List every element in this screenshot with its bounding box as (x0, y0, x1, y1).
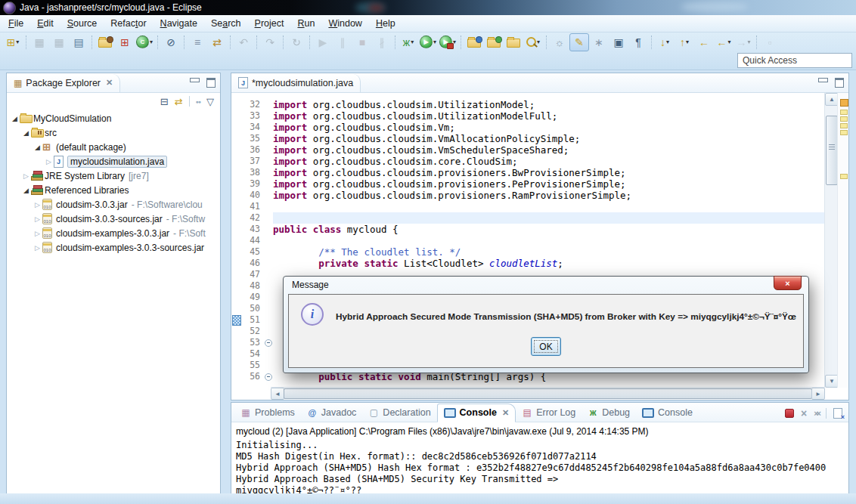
code-line-37[interactable]: 37import org.cloudbus.cloudsim.core.Clou… (231, 156, 825, 167)
code-line-33[interactable]: 33import org.cloudbus.cloudsim.Utilizati… (231, 110, 825, 122)
tab-console-2[interactable]: Console (636, 404, 699, 422)
format-source-button[interactable]: ≡ (188, 33, 207, 51)
code-line-42[interactable]: 42 (231, 212, 825, 224)
menu-navigate[interactable]: Navigate (154, 16, 204, 31)
show-whitespace-button[interactable]: ¶ (628, 33, 648, 51)
terminate-button[interactable] (785, 409, 794, 418)
collapse-arrow-icon[interactable]: ◢ (33, 144, 42, 151)
menu-project[interactable]: Project (248, 16, 291, 31)
last-edit-location-button[interactable]: ↓▾ (655, 33, 675, 51)
expand-arrow-icon[interactable]: ▷ (33, 201, 42, 209)
collapse-arrow-icon[interactable]: ◢ (21, 129, 31, 137)
expand-arrow-icon[interactable]: ▷ (21, 172, 31, 180)
new-java-package-button[interactable]: ⊞ (115, 33, 135, 51)
code-line-46[interactable]: 46 private static List<Cloudlet> cloudle… (231, 258, 825, 269)
close-tab-icon[interactable]: ✕ (502, 408, 509, 418)
back-history-button[interactable]: ←▾ (714, 33, 733, 51)
collapse-arrow-icon[interactable]: ◢ (10, 115, 20, 122)
remove-launch-button[interactable]: × (801, 409, 807, 418)
open-resource-button[interactable] (484, 33, 504, 51)
new-java-project-button[interactable] (95, 33, 115, 51)
run-external-tools-button[interactable]: ▶▾ (438, 33, 457, 51)
tab-declaration[interactable]: Declaration (362, 404, 436, 422)
toggle-mark-occurrences-button[interactable]: ✎ (569, 33, 589, 51)
link-with-editor-button[interactable]: ⇄ (175, 96, 183, 107)
annotation-mark[interactable] (840, 116, 848, 122)
annotation-mark[interactable] (840, 174, 848, 179)
code-line-35[interactable]: 35import org.cloudbus.cloudsim.VmAllocat… (231, 133, 825, 144)
resume-button[interactable]: ▶ (313, 33, 333, 51)
menu-refactor[interactable]: Refactor (104, 16, 153, 31)
previous-edit-location-button[interactable]: ↑▾ (675, 33, 694, 51)
code-line-41[interactable]: 41 (231, 201, 825, 212)
remove-all-terminated-button[interactable]: ×× (814, 409, 819, 418)
new-class-button[interactable]: C▾ (135, 33, 154, 51)
tree-item-cloudsim-examples-3-0-3-sources-jar[interactable]: ▷010cloudsim-examples-3.0.3-sources.jar (7, 240, 220, 255)
highlight-annotations-button[interactable]: ∗ (589, 33, 609, 51)
search-button[interactable]: ▾ (523, 33, 543, 51)
tree-item-default-package[interactable]: ◢(default package) (7, 140, 220, 154)
code-line-40[interactable]: 40import org.cloudbus.cloudsim.provision… (231, 190, 825, 201)
tab-package-explorer[interactable]: Package Explorer ✕ (7, 74, 120, 92)
ok-button[interactable]: OK (531, 337, 561, 356)
tree-item-referenced-libraries[interactable]: ◢Referenced Libraries (7, 183, 220, 197)
menu-edit[interactable]: Edit (30, 16, 60, 31)
close-view-icon[interactable]: ✕ (106, 78, 113, 88)
code-line-36[interactable]: 36import org.cloudbus.cloudsim.VmSchedul… (231, 144, 825, 156)
terminate-button[interactable]: ■ (352, 33, 372, 51)
collapse-fold-icon[interactable] (265, 373, 272, 381)
code-line-32[interactable]: 32import org.cloudbus.cloudsim.Utilizati… (231, 99, 825, 110)
tree-item-src[interactable]: ◢src (7, 125, 220, 140)
editor-horizontal-scrollbar[interactable]: ◄ ► (271, 387, 825, 399)
scroll-left-icon[interactable]: ◄ (271, 388, 284, 400)
expand-arrow-icon[interactable]: ▷ (33, 244, 42, 252)
focus-on-task-button[interactable]: ●● (196, 99, 200, 104)
tab-console[interactable]: Console✕ (437, 404, 516, 422)
type-hierarchy-button[interactable]: ▣ (609, 33, 628, 51)
tab-mycloudsimulation-java[interactable]: J *mycloudsimulation.java (231, 74, 361, 92)
code-line-39[interactable]: 39import org.cloudbus.cloudsim.provision… (231, 178, 825, 190)
collapse-arrow-icon[interactable]: ◢ (21, 187, 31, 194)
maximize-icon[interactable] (206, 78, 216, 88)
collapse-all-button[interactable]: ⊟ (160, 96, 169, 107)
tree-item-cloudsim-3-0-3-jar[interactable]: ▷010cloudsim-3.0.3.jar- F:\Software\clou (7, 197, 220, 212)
minimize-icon[interactable] (190, 78, 200, 82)
scrollbar-thumb[interactable] (826, 116, 838, 185)
scrollbar-thumb[interactable] (284, 388, 812, 399)
save-all-button[interactable]: ▦ (49, 33, 69, 51)
forward-history-button[interactable]: →▾ (733, 33, 753, 51)
undo-button[interactable]: ↶ (234, 33, 253, 51)
minimize-icon[interactable] (818, 78, 828, 82)
annotation-mark[interactable] (840, 130, 848, 135)
menu-search[interactable]: Search (204, 16, 248, 31)
skip-all-breakpoints-button[interactable]: ⊘ (161, 33, 181, 51)
code-line-44[interactable]: 44 (231, 235, 825, 246)
expand-arrow-icon[interactable]: ▷ (33, 230, 42, 237)
tree-item-cloudsim-examples-3-0-3-jar[interactable]: ▷010cloudsim-examples-3.0.3.jar- F:\Soft (7, 226, 220, 240)
expand-arrow-icon[interactable]: ▷ (44, 158, 54, 165)
menu-window[interactable]: Window (321, 16, 368, 31)
tree-item-mycloudsimulation-java[interactable]: ▷Jmycloudsimulation.java (7, 154, 220, 169)
code-line-45[interactable]: 45 /** The cloudlet list. */ (231, 246, 825, 258)
annotation-mark[interactable] (840, 99, 848, 107)
tab-debug[interactable]: Debug (582, 404, 636, 422)
code-line-34[interactable]: 34import org.cloudbus.cloudsim.Vm; (231, 122, 825, 133)
collapse-fold-icon[interactable] (265, 339, 272, 347)
code-line-38[interactable]: 38import org.cloudbus.cloudsim.provision… (231, 167, 825, 178)
tab-error-log[interactable]: Error Log (516, 404, 582, 422)
maximize-icon[interactable] (835, 78, 844, 88)
menu-help[interactable]: Help (369, 16, 402, 31)
view-menu-button[interactable]: ▽ (206, 96, 214, 107)
pin-editor-button[interactable]: ▫ (760, 33, 780, 51)
clear-console-button[interactable] (833, 408, 842, 419)
debug-button[interactable]: ж▾ (399, 33, 418, 51)
suspend-button[interactable]: ∥ (333, 33, 352, 51)
tree-item-mycloudsimulation[interactable]: ◢MyCloudSimulation (7, 111, 220, 125)
organize-imports-button[interactable]: ⇄ (207, 33, 227, 51)
open-file-button[interactable] (504, 33, 523, 51)
annotation-mark[interactable] (840, 123, 848, 128)
print-button[interactable]: ▤ (69, 33, 88, 51)
editor-vertical-scrollbar[interactable]: ▲ ▼ (824, 93, 838, 388)
menu-file[interactable]: File (2, 16, 30, 31)
run-button[interactable]: ▶▾ (418, 33, 438, 51)
